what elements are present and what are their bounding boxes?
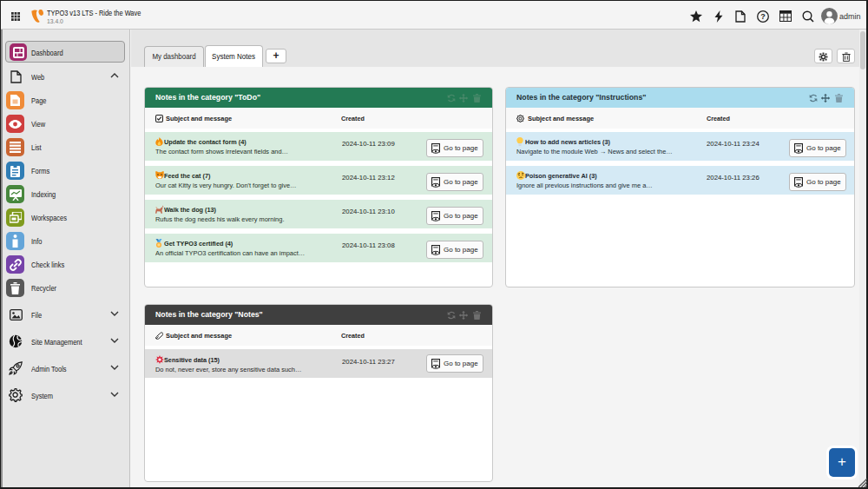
svg-text:?: ? (760, 12, 766, 21)
